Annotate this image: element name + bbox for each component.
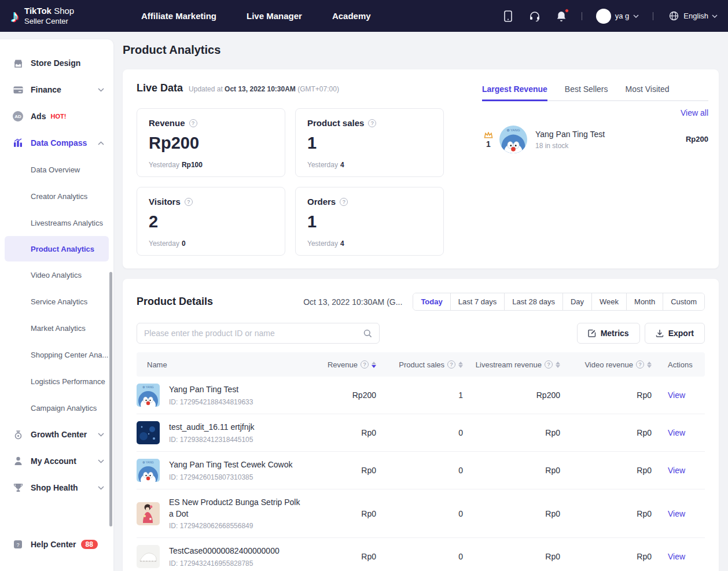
tiktok-logo-icon: ♪: [10, 8, 19, 25]
sidebar-item-livestreams-analytics[interactable]: Livestreams Analytics: [0, 209, 113, 236]
logo-text: TikTok Shop Seller Center: [24, 6, 74, 26]
sidebar-item-logistics-performance[interactable]: Logistics Performance: [0, 368, 113, 395]
help-circle-icon[interactable]: ?: [189, 119, 197, 127]
tab-most-visited[interactable]: Most Visited: [626, 84, 670, 100]
view-link[interactable]: View: [668, 466, 685, 475]
page-title: Product Analytics: [123, 43, 719, 57]
user-menu[interactable]: ya g: [596, 9, 639, 24]
hot-badge: HOT!: [50, 113, 66, 120]
view-link[interactable]: View: [668, 391, 685, 400]
support-headset-icon[interactable]: [528, 10, 541, 23]
tab-largest-revenue[interactable]: Largest Revenue: [482, 84, 547, 101]
range-last-7-days-button[interactable]: Last 7 days: [450, 293, 505, 310]
sidebar-item-shopping-center-analytics[interactable]: Shopping Center Ana...: [0, 341, 113, 368]
sidebar-item-my-account[interactable]: My Account: [0, 448, 113, 474]
metrics-button[interactable]: Metrics: [577, 323, 640, 344]
cell-product-sales: 0: [376, 428, 463, 437]
sidebar-item-data-compass[interactable]: Data Compass: [0, 130, 113, 156]
sidebar-item-service-analytics[interactable]: Service Analytics: [0, 288, 113, 315]
sort-icon[interactable]: [372, 362, 376, 368]
sidebar-item-label: Ads: [31, 112, 46, 121]
cell-product-sales: 1: [376, 391, 463, 400]
product-id: ID: 1729382412318445105: [169, 436, 255, 444]
help-circle-icon[interactable]: ?: [361, 360, 369, 369]
chevron-down-icon: [98, 433, 104, 437]
help-circle-icon[interactable]: ?: [447, 360, 455, 369]
sidebar-item-campaign-analytics[interactable]: Campaign Analytics: [0, 395, 113, 421]
range-today-button[interactable]: Today: [413, 293, 450, 310]
help-circle-icon[interactable]: ?: [636, 360, 644, 369]
sidebar-item-data-overview[interactable]: Data Overview: [0, 156, 113, 183]
metric-value: 1: [307, 134, 432, 153]
sort-icon[interactable]: [647, 362, 652, 368]
sidebar-item-store-design[interactable]: Store Design: [0, 50, 113, 76]
top-navigation: Affiliate Marketing Live Manager Academy: [141, 11, 371, 21]
range-custom-button[interactable]: Custom: [663, 293, 704, 310]
nav-live-manager[interactable]: Live Manager: [247, 11, 302, 21]
cell-livestream-revenue: Rp200: [463, 391, 560, 400]
ranking-list-item[interactable]: 1 ✿ YANG Yang Pan Ting Test 18 in stock …: [482, 126, 708, 153]
chevron-up-icon: [98, 141, 104, 145]
tab-best-sellers[interactable]: Best Sellers: [565, 84, 608, 100]
sidebar-item-finance[interactable]: Finance: [0, 76, 113, 103]
cell-livestream-revenue: Rp0: [463, 428, 560, 437]
help-circle-icon[interactable]: ?: [185, 198, 193, 206]
product-name: TestCase00000082400000000: [169, 546, 280, 557]
sidebar-item-growth-center[interactable]: Growth Center: [0, 421, 113, 448]
metric-label: Revenue: [149, 118, 185, 128]
column-product-sales[interactable]: Product sales?: [399, 360, 463, 369]
yesterday-label: Yesterday: [307, 240, 338, 248]
tiktok-shop-logo[interactable]: ♪ TikTok Shop Seller Center: [10, 6, 133, 26]
range-day-button[interactable]: Day: [562, 293, 591, 310]
column-livestream-revenue[interactable]: Livestream revenue?: [476, 360, 560, 369]
crown-icon: [484, 132, 493, 138]
notification-dot: [565, 9, 569, 13]
sort-icon[interactable]: [458, 362, 463, 368]
table-row: ✿ YANG Yang Pan Ting TestID: 17295421884…: [137, 377, 705, 414]
nav-academy[interactable]: Academy: [332, 11, 371, 21]
sidebar-scrollbar[interactable]: [109, 272, 112, 526]
help-circle-icon[interactable]: ?: [368, 119, 376, 127]
sidebar-item-creator-analytics[interactable]: Creator Analytics: [0, 183, 113, 209]
range-week-button[interactable]: Week: [591, 293, 626, 310]
sidebar-item-shop-health[interactable]: Shop Health: [0, 474, 113, 501]
sidebar-item-ads[interactable]: AD Ads HOT!: [0, 103, 113, 130]
notification-bell-icon[interactable]: [555, 10, 568, 23]
product-thumbnail: ✿ YANG: [137, 384, 160, 407]
view-link[interactable]: View: [668, 428, 685, 437]
yesterday-value: 0: [182, 240, 186, 248]
ranking-panel: Largest Revenue Best Sellers Most Visite…: [482, 84, 708, 153]
product-search-input[interactable]: [144, 329, 363, 338]
column-revenue[interactable]: Revenue?: [328, 360, 376, 369]
column-actions: Actions: [652, 360, 705, 369]
download-icon: [656, 329, 664, 337]
cell-revenue: Rp0: [307, 509, 376, 518]
range-last-28-days-button[interactable]: Last 28 days: [504, 293, 562, 310]
help-circle-icon[interactable]: ?: [545, 360, 553, 369]
metric-card-product-sales: Product sales ? 1 Yesterday4: [295, 108, 444, 177]
live-data-card: Live Data Updated at Oct 13, 2022 10:30A…: [123, 69, 719, 268]
metric-label: Orders: [307, 197, 336, 207]
sort-icon[interactable]: [556, 362, 560, 368]
range-month-button[interactable]: Month: [626, 293, 663, 310]
column-video-revenue[interactable]: Video revenue?: [584, 360, 652, 369]
nav-affiliate-marketing[interactable]: Affiliate Marketing: [141, 11, 216, 21]
help-circle-icon[interactable]: ?: [340, 198, 348, 206]
sidebar-item-product-analytics[interactable]: Product Analytics: [5, 236, 109, 261]
logo-brand: TikTok: [24, 6, 52, 16]
cell-product-sales: 0: [376, 466, 463, 475]
language-selector[interactable]: English: [667, 10, 718, 23]
sidebar-item-video-analytics[interactable]: Video Analytics: [0, 261, 113, 288]
search-icon[interactable]: [363, 329, 372, 338]
cell-video-revenue: Rp0: [560, 428, 652, 437]
sidebar-item-market-analytics[interactable]: Market Analytics: [0, 315, 113, 341]
view-link[interactable]: View: [668, 552, 685, 561]
export-button[interactable]: Export: [645, 323, 705, 344]
product-id: ID: 1729432416955828785: [169, 559, 280, 568]
view-all-link[interactable]: View all: [482, 108, 708, 117]
view-link[interactable]: View: [668, 509, 685, 518]
help-center[interactable]: ? Help Center 88: [0, 533, 113, 556]
updated-timezone: (GMT+07:00): [297, 85, 339, 93]
mobile-app-icon[interactable]: [502, 10, 514, 23]
svg-text:✿ YANG: ✿ YANG: [142, 385, 153, 389]
